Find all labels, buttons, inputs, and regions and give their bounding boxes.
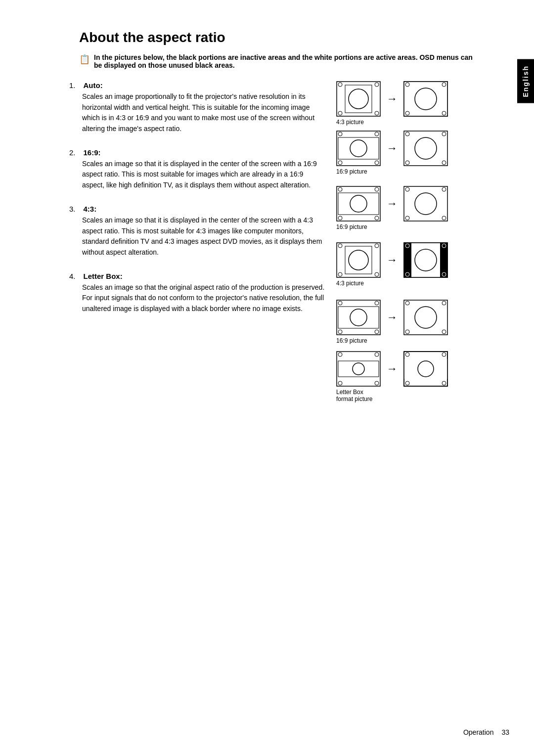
arrow-lb-lb: → [387, 363, 398, 374]
screen-output-auto-43 [403, 81, 448, 117]
section-43-title: 4:3: [84, 205, 97, 213]
screen-output-43-43 [403, 242, 448, 278]
screen-input-lb-169 [336, 300, 381, 335]
section-169-title: 16:9: [84, 148, 101, 157]
note-box: 📋 In the pictures below, the black porti… [79, 53, 475, 69]
diagram-auto-43: → [336, 81, 494, 126]
section-auto-title: Auto: [84, 81, 103, 89]
section-auto: 1. Auto: Scales an image proportionally … [69, 81, 326, 134]
section-auto-header: 1. Auto: [69, 81, 326, 89]
svg-rect-37 [338, 193, 379, 215]
section-43-num: 3. [69, 205, 76, 213]
screen-output-169-169 [403, 186, 448, 222]
footer-operation: Operation [463, 728, 493, 736]
screen-output-lb-169 [403, 300, 448, 335]
diagram-43-43: → 4:3 p [336, 242, 494, 287]
section-auto-num: 1. [69, 81, 76, 89]
screen-input-43-43 [336, 242, 381, 278]
content-area: 1. Auto: Scales an image proportionally … [69, 81, 494, 407]
diagram-row-lb-169: → [336, 300, 494, 335]
page-title: About the aspect ratio [79, 30, 494, 45]
footer-page-number: 33 [501, 728, 509, 736]
svg-rect-67 [404, 300, 447, 335]
diagram-169-169: → 16:9 picture [336, 186, 494, 230]
language-label: English [522, 65, 530, 97]
screen-input-auto-43 [336, 81, 381, 117]
label-43-43: 4:3 picture [336, 280, 494, 287]
svg-rect-24 [338, 137, 379, 159]
label-lb-lb: Letter Boxformat picture [336, 389, 494, 402]
section-169-body: Scales an image so that it is displayed … [82, 159, 326, 191]
screen-output-auto-169 [403, 131, 448, 166]
diagram-row-lb-lb: → [336, 351, 494, 387]
svg-rect-78 [338, 361, 379, 377]
diagram-column: → [336, 81, 494, 407]
note-icon: 📋 [79, 54, 90, 65]
screen-input-169-169 [336, 186, 381, 222]
label-auto-43: 4:3 picture [336, 119, 494, 126]
svg-rect-65 [338, 307, 379, 328]
text-column: 1. Auto: Scales an image proportionally … [69, 81, 336, 407]
svg-rect-26 [404, 131, 447, 166]
language-tab: English [517, 59, 534, 103]
note-text: In the pictures below, the black portion… [94, 53, 475, 69]
svg-rect-85 [404, 359, 447, 379]
section-169: 2. 16:9: Scales an image so that it is d… [69, 148, 326, 191]
screen-input-lb-lb [336, 351, 381, 387]
section-letterbox: 4. Letter Box: Scales an image so that t… [69, 272, 326, 314]
diagram-lb-169: → 16:9 picture [336, 300, 494, 344]
section-169-header: 2. 16:9: [69, 148, 326, 157]
svg-rect-13 [404, 82, 447, 116]
section-169-num: 2. [69, 148, 76, 157]
svg-rect-39 [404, 186, 447, 221]
diagram-row-auto-43: → [336, 81, 494, 117]
section-43-body: Scales an image so that it is displayed … [82, 215, 326, 258]
section-letterbox-header: 4. Letter Box: [69, 272, 326, 280]
screen-output-lb-lb [403, 351, 448, 387]
svg-rect-53 [411, 243, 440, 277]
diagram-row-169-169: → [336, 186, 494, 222]
label-lb-169: 16:9 picture [336, 337, 494, 344]
section-43-header: 3. 4:3: [69, 205, 326, 213]
section-letterbox-body: Scales an image so that the original asp… [82, 282, 326, 314]
screen-input-auto-169 [336, 131, 381, 166]
section-43: 3. 4:3: Scales an image so that it is di… [69, 205, 326, 258]
page-footer: Operation 33 [0, 728, 534, 736]
arrow-auto-43: → [387, 93, 398, 104]
arrow-169-169: → [387, 198, 398, 209]
diagram-lb-lb: → Letter Boxformat picture [336, 351, 494, 402]
section-letterbox-title: Letter Box: [84, 272, 123, 280]
arrow-auto-169: → [387, 143, 398, 154]
diagram-auto-169: → 16:9 picture [336, 131, 494, 175]
arrow-lb-169: → [387, 312, 398, 323]
page: English About the aspect ratio 📋 In the … [0, 0, 534, 756]
label-169-169: 16:9 picture [336, 223, 494, 230]
diagram-row-43-43: → [336, 242, 494, 278]
arrow-43-43: → [387, 255, 398, 266]
diagram-row-auto-169: → [336, 131, 494, 166]
section-auto-body: Scales an image proportionally to fit th… [82, 91, 326, 134]
section-letterbox-num: 4. [69, 272, 76, 280]
label-auto-169: 16:9 picture [336, 168, 494, 175]
